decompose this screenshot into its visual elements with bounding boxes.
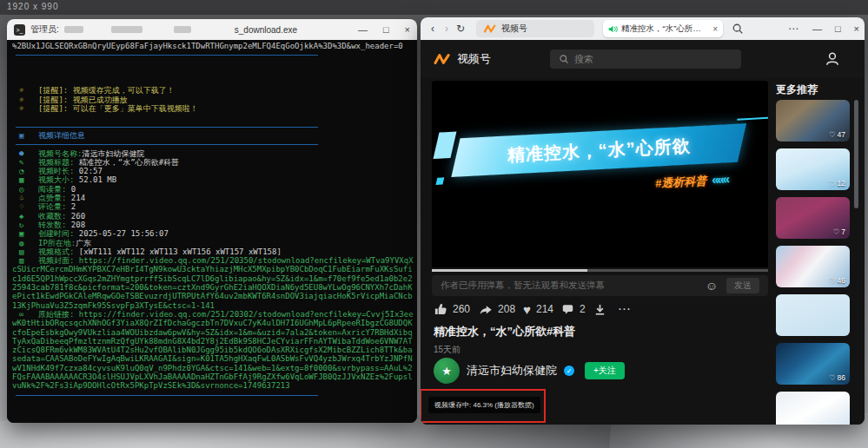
heart-icon: ♡ [829, 130, 836, 139]
heart-icon: ♡ [829, 179, 836, 188]
recommended-video-thumbnail[interactable]: ♡86 [776, 343, 850, 385]
terminal-line: cSUicrMCercmDHmKYPBXC7eHBrI4TgN9kowU3ckt… [12, 265, 417, 273]
terminal-line-text: zCicsQ8FRm6vkWM83WVAtU4T2sHu2vfOBAlibN0J… [12, 346, 413, 354]
site-tab-channels[interactable]: 视频号 [476, 20, 594, 37]
terminal-line-text: 13KjPhuaVu3Z5zqmFk95SsvpFp3XTysE&ctsc=1-… [12, 301, 215, 310]
terminal-line: ☻视频号名称:清远市妇幼保健院 [12, 149, 417, 158]
terminal-line [12, 69, 417, 77]
thumbnail-like-count: ♡47 [829, 130, 845, 139]
video-player[interactable]: 精准控水，“水”心所欲 #透析科普««« [432, 81, 768, 267]
terminal-line: ☼[提醒]: 可以在「更多」菜单中下载视频啦！ [12, 104, 417, 113]
post-age: 15天前 [434, 344, 461, 356]
browser-titlebar[interactable]: ‹ › ↻ 视频号 精准控水，“水”心所欲#科普 × ⋯ — □ × [421, 17, 865, 40]
terminal-line-icon: ∞ [12, 310, 38, 319]
terminal-title-admin: 管理员: [30, 23, 59, 36]
terminal-titlebar[interactable]: >_ 管理员: s_download.exe — □ × [7, 19, 417, 40]
channels-brand[interactable]: 视频号 [433, 51, 491, 67]
follow-button[interactable]: +关注 [585, 362, 625, 379]
terminal-line-icon: ◍ [12, 239, 38, 247]
terminal-line-text: cfoEpeEsbkgOwy9VUkzliaa4WOUibzdaw6pwV&hy… [12, 328, 413, 337]
comment-count: 2 [580, 303, 586, 315]
active-video-tab[interactable]: 精准控水，“水”心所欲#科普 × [603, 20, 723, 37]
recommended-video-thumbnail[interactable]: ♡ [776, 294, 850, 336]
terminal-line-label: 视频大小: [38, 175, 79, 184]
terminal-line: ▤视频格式: [xWT111 xWT112 xWT113 xWT156 xWT1… [12, 247, 417, 256]
close-icon[interactable]: × [405, 25, 410, 35]
recommended-video-thumbnail[interactable]: ♡47 [776, 100, 850, 142]
sidebar-scrollbar[interactable] [854, 100, 858, 208]
active-tab-title: 精准控水，“水”心所欲#科普 [621, 23, 709, 35]
recommendations-list: ♡47 ♡12 ♡7 ♡46 ♡ ♡86 ♡ [776, 100, 850, 425]
terminal-line-text: sedata=CAASABoDeFYwIgAqBwiLKRAAGAI&sign=… [12, 354, 413, 363]
share-button[interactable]: 208 [478, 302, 515, 316]
danmaku-disabled-notice: 作者已停用弹幕，暂无法观看和发送弹幕 [441, 280, 706, 292]
profile-icon[interactable] [825, 51, 840, 67]
video-progress-fill [432, 269, 587, 272]
terminal-line [12, 77, 417, 86]
desktop: 1920 x 990 >_ 管理员: s_download.exe — □ × … [0, 0, 868, 448]
terminal-line: ✎视频标题: 精准控水，“水”心所欲#科普 [12, 158, 417, 167]
terminal-line-value: 214 [71, 194, 85, 202]
terminal-line-label: 点赞量: [38, 194, 71, 202]
video-progress-bar[interactable] [432, 269, 768, 272]
close-icon[interactable]: × [854, 23, 859, 34]
terminal-divider [16, 55, 318, 56]
tab-close-icon[interactable]: × [712, 24, 718, 34]
emoji-icon[interactable]: ☺ [706, 280, 718, 292]
terminal-line-icon: ♧ [12, 194, 38, 202]
terminal-line-label: 视频号名称: [38, 149, 82, 158]
recommended-video-thumbnail[interactable]: ♡ [776, 392, 850, 425]
send-button[interactable]: 发送 [726, 278, 759, 293]
app-name: 视频号 [457, 51, 491, 67]
terminal-line-label: 阅读量: [38, 185, 71, 194]
cache-progress-tooltip: 视频缓存中: 46.3% (播放器数据) [428, 397, 540, 413]
terminal-line-text: [提醒]: 视频已成功播放 [38, 96, 128, 104]
terminal-divider [16, 144, 318, 145]
search-input[interactable]: 搜索 [550, 49, 741, 69]
terminal-line-label: 视频封面: [38, 256, 79, 265]
terminal-line: wK0tHtibORqcsqchXNhOGf3YiaX8QrZIfDchaGgc… [12, 319, 417, 327]
terminal-line-icon: ▥ [12, 256, 38, 265]
terminal-line: sedata=CAASABoDeFYwIgAqBwiLKRAAGAI&sign=… [12, 354, 417, 363]
search-icon [559, 54, 569, 64]
forward-icon[interactable]: › [440, 17, 454, 40]
terminal-line: ↻转发数: 208 [12, 221, 417, 229]
terminal-line-label: 原始链接: [38, 310, 79, 319]
terminal-line-icon: ◈ [12, 212, 38, 221]
recommended-video-thumbnail[interactable]: ♡46 [776, 246, 850, 287]
terminal-line-icon: ▣ [12, 229, 38, 238]
thumbs-up-icon [434, 302, 447, 316]
post-title: 精准控水，“水”心所欲#科普 [434, 324, 575, 339]
browser-more-icon[interactable]: ⋯ [788, 23, 799, 35]
terminal-line: ♧点赞量: 214 [12, 194, 417, 202]
titlebar-search-icon[interactable] [732, 23, 751, 35]
back-icon[interactable]: ‹ [426, 17, 440, 40]
chevrons-icon: ««« [712, 171, 729, 187]
heart-icon: ♡ [829, 373, 836, 382]
refresh-icon[interactable]: ↻ [454, 17, 467, 40]
terminal-line-value: https://finder.video.qq.com/251/20302/st… [79, 310, 414, 319]
terminal-line: ePict1kEwdPGkCAleMRqwGOeTSBEvuzrdjUTRPUt… [12, 292, 417, 300]
account-name[interactable]: 清远市妇幼保健院 [467, 363, 557, 379]
like-button[interactable]: 260 [434, 302, 470, 316]
thumbnail-like-count: ♡86 [829, 373, 845, 382]
terminal-line: vuNk%2F%2Fs3iAp9DOHlcOtRx5PKpTpVzSEk%3D&… [12, 381, 417, 390]
terminal-line-label: 收藏数: [38, 212, 71, 221]
more-actions-icon[interactable]: ⋯ [618, 301, 632, 317]
download-button[interactable] [593, 303, 606, 316]
favorite-button[interactable]: ♥ 214 [523, 303, 553, 316]
minimize-icon[interactable]: — [812, 23, 822, 34]
terminal-line: ♢评论量: 2 [12, 202, 417, 211]
recommended-video-thumbnail[interactable]: ♡7 [776, 197, 850, 239]
heart-icon: ♥ [523, 303, 531, 316]
annotation-box: 视频缓存中: 46.3% (播放器数据) [421, 389, 546, 423]
comment-button[interactable]: 2 [561, 303, 586, 315]
redacted-title-text [111, 26, 142, 33]
avatar[interactable]: ★ [434, 358, 460, 384]
recommended-video-thumbnail[interactable]: ♡12 [776, 148, 850, 190]
maximize-icon[interactable]: □ [383, 25, 389, 35]
account-row: ★ 清远市妇幼保健院 ✓ +关注 [434, 358, 625, 384]
danmaku-input-bar[interactable]: 作者已停用弹幕，暂无法观看和发送弹幕 ☺ 发送 [432, 275, 768, 296]
minimize-icon[interactable]: — [358, 25, 368, 35]
maximize-icon[interactable]: □ [835, 23, 841, 34]
